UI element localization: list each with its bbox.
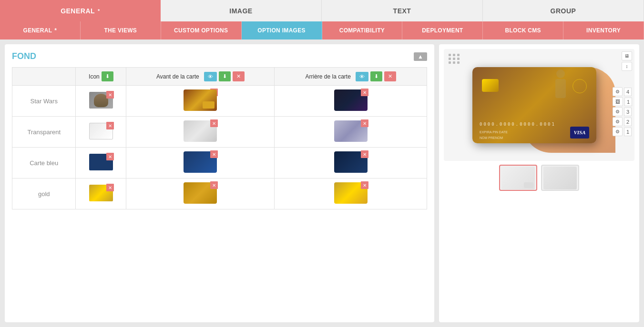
row-label-carte-bleu: Carte bleu: [30, 159, 58, 167]
image-table: Icon ⬇ Avant de la carte 👁 ⬇ ✕: [12, 67, 427, 209]
table-row: Star Wars ✕ ✕: [12, 86, 427, 117]
card-preview-area: 0000.0000.0000.0001 EXPIRA PIN DATE NOM …: [444, 49, 634, 161]
settings-count-5: 1: [624, 128, 632, 136]
avant-cell-gold: ✕: [184, 182, 217, 205]
collapse-button[interactable]: ▲: [414, 52, 427, 61]
fond-section-title: FOND ▲: [12, 51, 427, 61]
settings-gear-1[interactable]: ⚙: [613, 87, 623, 96]
subtab-option-images[interactable]: OPTION IMAGES: [242, 21, 322, 40]
avant-download-button[interactable]: ⬇: [219, 71, 231, 81]
avant-cell-carte-bleu: ✕: [184, 151, 217, 174]
right-panel: 0000.0000.0000.0001 EXPIRA PIN DATE NOM …: [439, 44, 639, 322]
settings-count-2: 1: [624, 98, 632, 106]
subtab-block-cms[interactable]: BLOCK CMS: [483, 21, 563, 40]
left-panel: FOND ▲ Icon ⬇ Avant de la carte: [5, 44, 434, 322]
arriere-delete-gold[interactable]: ✕: [361, 181, 368, 189]
right-settings-controls: ⚙ 4 🖼 1 ⚙ 3 ⚙ 2 ⚙ 1: [613, 87, 632, 136]
col-icon-header: Icon ⬇: [76, 68, 126, 86]
settings-gear-4[interactable]: ⚙: [613, 127, 623, 136]
avant-delete-transparent[interactable]: ✕: [210, 119, 218, 127]
subtab-custom-options[interactable]: CUSTOM OPTIONS: [161, 21, 242, 40]
avant-cell-star-wars: ✕: [184, 89, 217, 112]
subtab-the-views[interactable]: THE VIEWS: [81, 21, 161, 40]
subtab-general[interactable]: GENERAL *: [0, 21, 81, 40]
main-content: FOND ▲ Icon ⬇ Avant de la carte: [0, 40, 644, 327]
settings-image-1[interactable]: 🖼: [613, 97, 623, 106]
icon-download-button[interactable]: ⬇: [102, 71, 113, 81]
row-label-transparent: Transparent: [27, 129, 61, 136]
thumb-back-image: [543, 167, 577, 189]
settings-gear-3[interactable]: ⚙: [613, 117, 623, 126]
arriere-cell-star-wars: ✕: [334, 89, 368, 112]
icon-delete-carte-bleu[interactable]: ✕: [106, 153, 114, 160]
preview-main: 0000.0000.0000.0001 EXPIRA PIN DATE NOM …: [444, 49, 634, 161]
arriere-delete-carte-bleu[interactable]: ✕: [361, 150, 368, 158]
thumb-front-image: [501, 167, 535, 189]
icon-delete-transparent[interactable]: ✕: [106, 122, 114, 129]
sub-tab-bar: GENERAL * THE VIEWS CUSTOM OPTIONS OPTIO…: [0, 21, 644, 40]
row-label-gold: gold: [38, 190, 50, 198]
monitor-icon-button[interactable]: 🖥: [622, 51, 632, 60]
tab-text[interactable]: TEXT: [322, 0, 483, 21]
col-name-header: [12, 68, 76, 86]
settings-count-3: 3: [624, 108, 632, 116]
avant-delete-gold[interactable]: ✕: [210, 181, 218, 189]
icon-cell-carte-bleu: ✕: [89, 154, 113, 172]
subtab-deployment[interactable]: DEPLOYMENT: [402, 21, 483, 40]
arriere-cell-carte-bleu: ✕: [334, 151, 368, 174]
arriere-eye-button[interactable]: 👁: [356, 72, 368, 81]
tab-image[interactable]: IMAGE: [161, 0, 322, 21]
icon-cell-gold: ✕: [89, 185, 113, 203]
tab-general[interactable]: GENERAL *: [0, 0, 161, 21]
table-row: Transparent ✕ ✕: [12, 117, 427, 148]
icon-delete-gold[interactable]: ✕: [106, 184, 114, 191]
col-arriere-header: Arrière de la carte 👁 ⬇ ✕: [275, 68, 427, 86]
thumbnail-back[interactable]: [541, 165, 579, 191]
settings-gear-2[interactable]: ⚙: [613, 107, 623, 116]
settings-count-4: 2: [624, 118, 632, 126]
table-row: Carte bleu ✕ ✕: [12, 148, 427, 178]
icon-cell-star-wars: ✕: [89, 92, 113, 110]
thumbnail-front[interactable]: [499, 165, 537, 191]
arriere-delete-transparent[interactable]: ✕: [361, 119, 368, 127]
table-row: gold ✕ ✕: [12, 178, 427, 209]
icon-delete-star-wars[interactable]: ✕: [106, 91, 114, 99]
row-label-star-wars: Star Wars: [31, 98, 58, 105]
icon-cell-transparent: ✕: [89, 123, 113, 141]
tab-group[interactable]: GROUP: [483, 0, 644, 21]
side-controls: 🖥 ↕: [622, 51, 632, 71]
subtab-inventory[interactable]: INVENTORY: [563, 21, 644, 40]
settings-count-1: 4: [624, 88, 632, 96]
arriere-download-button[interactable]: ⬇: [370, 71, 382, 81]
avant-delete-button[interactable]: ✕: [233, 71, 245, 81]
avant-cell-transparent: ✕: [184, 120, 217, 143]
top-tab-bar: GENERAL * IMAGE TEXT GROUP: [0, 0, 644, 21]
arriere-delete-button[interactable]: ✕: [384, 71, 396, 81]
arriere-delete-star-wars[interactable]: ✕: [361, 89, 368, 96]
arriere-cell-transparent: ✕: [334, 120, 368, 143]
subtab-compatibility[interactable]: COMPATIBILITY: [322, 21, 403, 40]
cursor-icon-button[interactable]: ↕: [622, 62, 632, 71]
avant-delete-carte-bleu[interactable]: ✕: [210, 150, 218, 158]
col-avant-header: Avant de la carte 👁 ⬇ ✕: [126, 68, 275, 86]
arriere-cell-gold: ✕: [334, 182, 368, 205]
avant-eye-button[interactable]: 👁: [204, 72, 217, 81]
preview-thumbnails: [444, 165, 634, 191]
